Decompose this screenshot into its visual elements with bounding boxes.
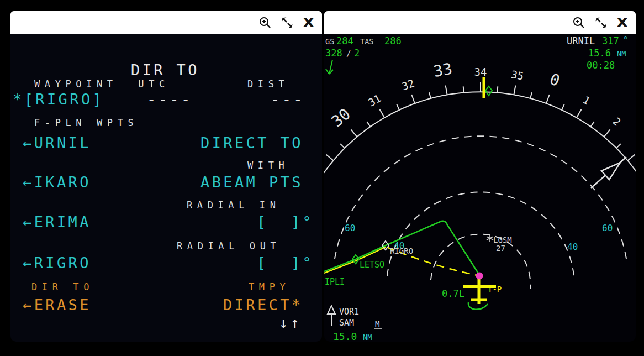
option-direct-to[interactable]: DIRECT TO (200, 135, 303, 151)
compass-tick-335 (463, 86, 464, 92)
gs-label: GS (325, 37, 334, 46)
turn-point-dot (476, 273, 483, 280)
range-ring-20 (431, 234, 530, 289)
waypoint-label-ipli: IPLI (325, 277, 345, 287)
compass-tick-355 (530, 92, 532, 98)
compass-tick-10 (577, 109, 582, 118)
compass-label-35: 35 (510, 68, 525, 82)
compass-tick-295 (340, 144, 345, 148)
compass-tick-315 (397, 104, 399, 110)
vor1-label: VOR1 (339, 307, 359, 317)
mcdu-window: X DIR TOWAYPOINT UTCDIST*[RIGRO]-------F… (10, 11, 322, 342)
compass-label-32: 32 (400, 77, 416, 93)
vor1-ident: SAM (339, 318, 354, 328)
page-title: DIR TO (131, 62, 199, 78)
dist-value-dashes: --- (271, 92, 305, 107)
vor1-symbol-icon (328, 306, 335, 326)
compass-label-30: 30 (328, 104, 354, 130)
option-abeam-pts[interactable]: ABEAM PTS (200, 175, 303, 190)
compass-rose: 303132333435012 (324, 60, 636, 174)
compass-tick-345 (497, 86, 498, 92)
compass-tick-325 (429, 92, 431, 98)
button-direct-confirm[interactable]: DIRECT* (223, 297, 303, 313)
compass-tick-350 (514, 86, 515, 95)
compass-tick-290 (326, 154, 333, 160)
lsk-erase[interactable]: ←ERASE (23, 297, 91, 313)
waypoint-entry-field[interactable]: *[RIGRO] (13, 92, 104, 107)
range-ring-40 (387, 192, 574, 276)
waypoint-label-rigro: RIGRO (390, 247, 413, 255)
compass-label-33: 33 (432, 60, 453, 81)
range-label-60-right: 60 (602, 223, 613, 233)
track-diamond-icon (485, 86, 492, 96)
zoom-icon[interactable] (572, 16, 585, 29)
lsk-waypoint-erima[interactable]: ←ERIMA (23, 214, 91, 230)
lsk-waypoint-rigro[interactable]: ←RIGRO (23, 255, 91, 271)
compass-label-2: 2 (610, 115, 623, 128)
lsk-waypoint-ikaro[interactable]: ←IKARO (23, 175, 91, 190)
mcdu-titlebar[interactable]: X (10, 11, 322, 34)
nd-screen: 303132333435012 (324, 34, 636, 342)
label-radial-out: RADIAL OUT (177, 242, 281, 252)
label-radial-in: RADIAL IN (187, 201, 281, 211)
expand-icon[interactable] (281, 16, 294, 29)
distance-unit: NM (617, 49, 626, 58)
compass-tick-5 (562, 104, 564, 110)
compass-label-31: 31 (366, 92, 383, 108)
nd-map: 303132333435012 (324, 34, 636, 342)
nd-range-value: 15.0 (333, 331, 357, 342)
compass-tick-15 (591, 122, 594, 127)
close-icon[interactable]: X (303, 17, 314, 28)
compass-tick-25 (616, 144, 621, 148)
mcdu-screen: DIR TOWAYPOINT UTCDIST*[RIGRO]-------F-P… (10, 34, 322, 342)
range-label-40-right: 40 (567, 242, 578, 252)
airport-runway-label: 27 (496, 244, 505, 253)
compass-tick-0 (546, 95, 550, 103)
compass-tick-330 (446, 86, 447, 95)
label-tmpy: TMPY (249, 282, 290, 292)
compass-tick-30 (628, 154, 635, 160)
label-fpln-wpts: F-PLN WPTS (34, 118, 138, 128)
label-waypoint-utc: WAYPOINT UTC (34, 80, 170, 90)
compass-label-34: 34 (474, 66, 487, 78)
active-wpt-ete: 00:28 (587, 60, 615, 71)
label-dist: DIST (247, 80, 289, 90)
compass-label-1: 1 (581, 93, 593, 107)
gs-value: 284 (336, 35, 353, 46)
desktop: X DIR TOWAYPOINT UTCDIST*[RIGRO]-------F… (0, 0, 644, 356)
airport-label-lgsm: LGSM (493, 235, 512, 244)
turn-point-label: T-P (488, 285, 502, 294)
nd-window: X 303132333435012 (324, 11, 636, 342)
compass-tick-20 (604, 129, 610, 137)
utc-value-dashes: ---- (147, 92, 193, 107)
radial-out-field[interactable]: [ ]° (257, 255, 314, 271)
scroll-arrows[interactable]: ↓↑ (279, 315, 302, 331)
active-wpt-distance: 15.6 (588, 48, 611, 59)
compass-tick-310 (380, 109, 385, 118)
nd-titlebar[interactable]: X (324, 11, 636, 34)
expand-icon[interactable] (594, 16, 608, 29)
zoom-icon[interactable] (258, 16, 272, 29)
tas-value: 286 (384, 35, 402, 46)
range-ring-60 (335, 136, 626, 259)
wind-direction: 328 (325, 48, 342, 59)
marker-mode: M (375, 320, 379, 328)
wind-speed: 2 (354, 48, 360, 59)
compass-tick-305 (367, 122, 370, 127)
close-icon[interactable]: X (616, 17, 628, 28)
compass-tick-300 (351, 129, 357, 137)
compass-label-0: 0 (547, 70, 562, 90)
radial-in-field[interactable]: [ ]° (257, 214, 314, 230)
label-with: WITH (247, 161, 289, 171)
label-dir-to: DIR TO (31, 282, 94, 292)
waypoint-label-letso: LETSO (360, 260, 384, 270)
airport-star-icon (487, 234, 493, 242)
active-wpt-bearing: 317 (602, 35, 619, 46)
wind-arrow-icon (326, 60, 333, 74)
active-wpt-ident: URNIL (567, 35, 595, 46)
lsk-waypoint-urnil[interactable]: ←URNIL (23, 135, 91, 151)
tas-label: TAS (360, 37, 373, 46)
cross-track-error: 0.7L (442, 288, 464, 299)
bearing-degree-sign: ° (623, 35, 628, 45)
compass-tick-320 (411, 95, 415, 103)
